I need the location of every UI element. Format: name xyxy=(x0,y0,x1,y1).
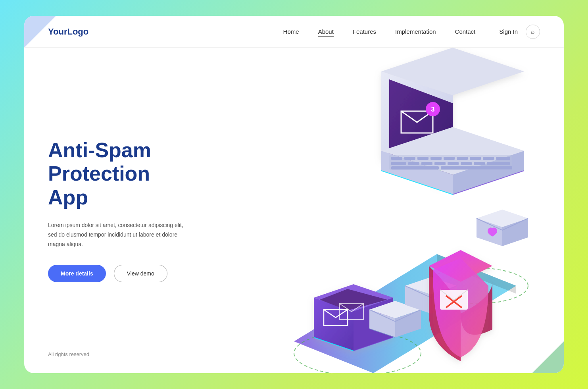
header-actions: Sign In ⌕ xyxy=(499,25,540,39)
nav-implementation[interactable]: Implementation xyxy=(395,28,436,35)
svg-rect-23 xyxy=(434,162,446,165)
left-content: Anti-Spam Protection App Lorem ipsum dol… xyxy=(24,48,215,373)
svg-rect-25 xyxy=(461,162,472,165)
search-icon: ⌕ xyxy=(531,28,535,35)
svg-rect-20 xyxy=(391,162,406,165)
svg-rect-11 xyxy=(391,157,402,160)
nav-features[interactable]: Features xyxy=(353,28,376,35)
logo: YourLogo xyxy=(48,27,88,37)
main-content: Anti-Spam Protection App Lorem ipsum dol… xyxy=(24,48,564,373)
more-details-button[interactable]: More details xyxy=(48,265,106,282)
svg-rect-27 xyxy=(487,162,510,165)
hero-title: Anti-Spam Protection App xyxy=(48,139,191,210)
view-demo-button[interactable]: View demo xyxy=(114,265,167,282)
svg-rect-12 xyxy=(404,157,415,160)
corner-decoration-br xyxy=(532,341,564,373)
hero-description: Lorem ipsum dolor sit amet, consectetur … xyxy=(48,221,191,249)
page-card: YourLogo Home About Features Implementat… xyxy=(24,16,564,373)
svg-rect-19 xyxy=(496,157,510,160)
svg-rect-18 xyxy=(483,157,494,160)
svg-rect-28 xyxy=(391,166,439,169)
button-group: More details View demo xyxy=(48,265,191,282)
svg-rect-14 xyxy=(430,157,442,160)
nav-about[interactable]: About xyxy=(318,28,334,35)
svg-rect-29 xyxy=(441,166,512,169)
svg-rect-26 xyxy=(474,162,485,165)
right-illustration: 3 xyxy=(215,48,564,373)
navigation: Home About Features Implementation Conta… xyxy=(283,28,476,35)
signin-link[interactable]: Sign In xyxy=(499,28,518,35)
svg-rect-17 xyxy=(470,157,481,160)
svg-rect-21 xyxy=(408,162,419,165)
nav-contact[interactable]: Contact xyxy=(455,28,476,35)
svg-rect-15 xyxy=(444,157,455,160)
svg-rect-16 xyxy=(457,157,468,160)
nav-home[interactable]: Home xyxy=(283,28,299,35)
svg-text:3: 3 xyxy=(431,106,435,113)
svg-rect-22 xyxy=(421,162,432,165)
header: YourLogo Home About Features Implementat… xyxy=(24,16,564,48)
svg-rect-24 xyxy=(448,162,459,165)
svg-rect-13 xyxy=(417,157,429,160)
hero-illustration: 3 xyxy=(246,48,564,373)
search-button[interactable]: ⌕ xyxy=(526,25,540,39)
